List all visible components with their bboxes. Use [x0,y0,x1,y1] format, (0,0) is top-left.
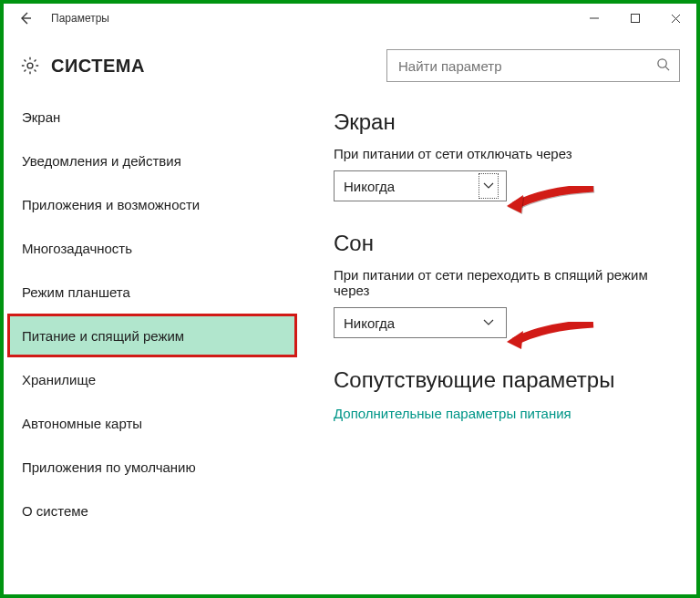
sidebar-item-label: Хранилище [22,372,96,387]
additional-power-link[interactable]: Дополнительные параметры питания [334,406,682,421]
svg-marker-4 [507,331,523,349]
sidebar-item-label: Питание и спящий режим [22,328,184,344]
dropdown-value: Никогда [344,179,395,194]
close-button[interactable] [655,5,696,32]
sidebar-item-notifications[interactable]: Уведомления и действия [7,139,297,182]
svg-marker-3 [507,195,523,213]
page-title: СИСТЕМА [51,56,145,77]
close-icon [671,14,681,24]
screen-off-label: При питании от сети отключать через [334,146,682,161]
screen-off-dropdown[interactable]: Никогда [334,170,507,201]
search-input[interactable] [396,57,656,75]
sleep-label: При питании от сети переходить в спящий … [334,267,662,298]
sidebar-item-apps[interactable]: Приложения и возможности [7,182,297,226]
section-title: Экран [334,109,682,135]
maximize-button[interactable] [614,5,655,32]
sidebar-item-storage[interactable]: Хранилище [7,357,297,401]
sidebar-item-label: Приложения и возможности [22,197,200,212]
body: Экран Уведомления и действия Приложения … [7,91,693,591]
maximize-icon [631,14,640,23]
svg-point-2 [658,59,666,67]
sidebar-item-label: Экран [22,109,60,125]
chevron-down-icon [477,308,500,337]
sidebar-item-about[interactable]: О системе [7,489,297,532]
svg-rect-0 [631,15,639,23]
sidebar-item-display[interactable]: Экран [7,95,297,139]
minimize-icon [590,14,599,23]
section-sleep: Сон При питании от сети переходить в спя… [334,231,682,338]
section-title: Сон [334,231,682,256]
sleep-dropdown[interactable]: Никогда [334,307,507,338]
sidebar-item-tablet-mode[interactable]: Режим планшета [7,270,297,314]
search-box[interactable] [386,49,680,82]
gear-icon [20,56,40,76]
sidebar-item-power-sleep[interactable]: Питание и спящий режим [7,314,297,357]
minimize-button[interactable] [573,5,614,32]
sidebar-item-label: Автономные карты [22,416,142,431]
section-title: Сопутствующие параметры [334,367,682,393]
sidebar-item-label: О системе [22,503,88,519]
sidebar-item-multitasking[interactable]: Многозадачность [7,226,297,270]
header: СИСТЕМА [4,33,696,91]
dropdown-value: Никогда [344,315,395,331]
section-related: Сопутствующие параметры Дополнительные п… [334,367,682,421]
window: Параметры СИСТЕМА [0,0,700,598]
sidebar-item-default-apps[interactable]: Приложения по умолчанию [7,445,297,489]
sidebar-item-label: Многозадачность [22,241,132,256]
sidebar-item-offline-maps[interactable]: Автономные карты [7,401,297,445]
svg-point-1 [27,63,33,68]
back-button[interactable] [11,4,40,33]
titlebar: Параметры [4,4,696,33]
chevron-down-icon [477,171,500,201]
sidebar-item-label: Приложения по умолчанию [22,459,196,475]
annotation-arrow [507,186,598,222]
window-title: Параметры [51,12,109,25]
arrow-left-icon [19,12,32,25]
sidebar: Экран Уведомления и действия Приложения … [7,91,297,591]
sidebar-item-label: Режим планшета [22,284,130,300]
sidebar-item-label: Уведомления и действия [22,153,181,169]
main-content: Экран При питании от сети отключать чере… [297,91,693,591]
search-icon [656,57,670,74]
section-screen: Экран При питании от сети отключать чере… [334,109,682,201]
annotation-arrow [507,322,598,358]
